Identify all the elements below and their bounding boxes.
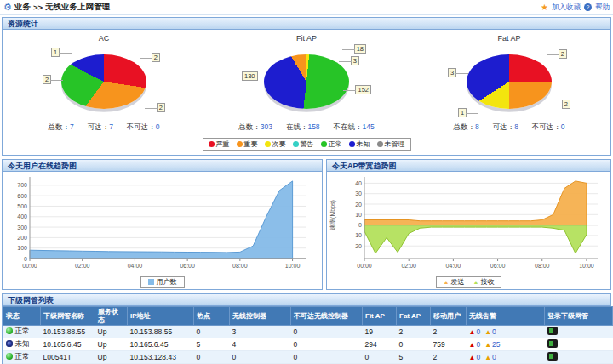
app-logo-icon: ⚙ bbox=[3, 2, 12, 13]
fit-ap-pie[interactable] bbox=[264, 54, 349, 109]
status-cell: 未知 bbox=[3, 338, 41, 351]
fit-ap-pie-title: Fit AP bbox=[205, 34, 408, 43]
mobile-user-cell[interactable]: 759 bbox=[431, 338, 467, 351]
nms-table-panel: 下级网管列表 状态下级网管名称服务状态IP地址热点无线控制器不可达无线控制器Fi… bbox=[2, 293, 611, 364]
column-header-6: 不可达无线控制器 bbox=[291, 307, 363, 326]
severity-dot-icon bbox=[237, 141, 243, 147]
hotspot-cell[interactable]: 5 bbox=[194, 338, 230, 351]
help-icon[interactable]: ? bbox=[584, 3, 592, 11]
nms-name-cell[interactable]: 10.165.6.45 bbox=[41, 338, 95, 351]
fat-ap-pie[interactable] bbox=[467, 54, 552, 109]
stat-label: 可达： bbox=[493, 122, 515, 131]
major-alarm-count[interactable]: 0 bbox=[492, 353, 496, 361]
page-root: ⚙ 业务 >> 无线业务上网管理 ★ 加入收藏 ? 帮助 资源统计 AC 1 2… bbox=[0, 0, 613, 364]
pie-callout: 18 bbox=[354, 44, 366, 54]
fit-ap-cell[interactable]: 294 bbox=[363, 338, 397, 351]
fit-ap-pie-chart: 18 3 130 152 bbox=[220, 44, 393, 119]
stat-label: 总数： bbox=[238, 122, 261, 131]
major-alarm-count[interactable]: 0 bbox=[492, 327, 496, 336]
service-status-cell: Up bbox=[95, 351, 128, 364]
controller-cell[interactable]: 0 bbox=[230, 351, 291, 364]
svg-text:0: 0 bbox=[24, 256, 27, 262]
add-favorite-link[interactable]: 加入收藏 bbox=[552, 3, 581, 13]
unreachable-controller-cell[interactable]: 0 bbox=[291, 326, 363, 338]
fat-ap-cell[interactable]: 5 bbox=[397, 351, 431, 364]
fat-ap-cell[interactable]: 2 bbox=[397, 326, 431, 338]
stat-value[interactable]: 0 bbox=[156, 122, 160, 131]
stat-value[interactable]: 0 bbox=[561, 122, 565, 131]
stat-value[interactable]: 8 bbox=[514, 122, 518, 131]
fit-ap-cell[interactable]: 19 bbox=[363, 326, 397, 338]
stat-value[interactable]: 7 bbox=[70, 122, 74, 131]
nms-name-cell[interactable]: 10.153.88.55 bbox=[41, 326, 95, 338]
svg-text:08:00: 08:00 bbox=[232, 263, 248, 269]
pie-callout: 130 bbox=[242, 71, 258, 81]
login-nms-icon[interactable] bbox=[547, 352, 558, 361]
controller-cell[interactable]: 4 bbox=[230, 338, 291, 351]
svg-text:0: 0 bbox=[358, 222, 362, 228]
wireless-alarm-cell[interactable]: ▲0▲25 bbox=[467, 338, 545, 351]
unreachable-controller-cell[interactable]: 0 bbox=[291, 338, 363, 351]
table-row: 正常10.153.88.55Up10.153.88.550301922▲0▲0 bbox=[3, 326, 613, 338]
svg-text:30: 30 bbox=[355, 191, 362, 196]
stat-label: 不可达： bbox=[532, 122, 561, 131]
status-cell: 正常 bbox=[3, 351, 41, 364]
ac-pie[interactable] bbox=[61, 54, 146, 109]
stat-label: 不可达： bbox=[127, 122, 156, 131]
top-bar: ⚙ 业务 >> 无线业务上网管理 ★ 加入收藏 ? 帮助 bbox=[0, 0, 613, 15]
svg-text:300: 300 bbox=[17, 225, 27, 230]
unreachable-controller-cell[interactable]: 0 bbox=[291, 351, 363, 364]
svg-text:08:00: 08:00 bbox=[535, 263, 550, 269]
table-header-row: 状态下级网管名称服务状态IP地址热点无线控制器不可达无线控制器Fit APFat… bbox=[3, 307, 613, 326]
wireless-alarm-cell[interactable]: ▲0▲0 bbox=[467, 326, 545, 338]
recv-series-marker: ▲ bbox=[473, 279, 479, 285]
pie-callout: 2 bbox=[157, 103, 165, 112]
stat-value[interactable]: 8 bbox=[475, 122, 479, 131]
stat-value[interactable]: 145 bbox=[363, 122, 375, 131]
fit-ap-pie-block: Fit AP 18 3 130 152 总数：303 在线：158 不在线：14… bbox=[205, 32, 408, 133]
mobile-user-cell[interactable]: 2 bbox=[431, 326, 467, 338]
critical-alarm-count[interactable]: 0 bbox=[476, 353, 480, 361]
pie-callout: 2 bbox=[562, 100, 570, 109]
stat-label: 总数： bbox=[48, 122, 70, 131]
critical-alarm-count[interactable]: 0 bbox=[476, 327, 480, 336]
major-alarm-icon: ▲ bbox=[484, 341, 491, 349]
wireless-alarm-cell[interactable]: ▲0▲0 bbox=[467, 351, 545, 364]
nms-name-cell[interactable]: L00541T bbox=[41, 351, 95, 364]
ac-pie-block: AC 1 2 2 2 总数：7 可达：7 不可达：0 bbox=[3, 32, 205, 133]
hotspot-cell[interactable]: 0 bbox=[194, 326, 230, 338]
login-nms-icon[interactable] bbox=[547, 327, 558, 335]
severity-legend-item: 正常 bbox=[321, 139, 342, 149]
stat-value[interactable]: 158 bbox=[307, 122, 319, 131]
breadcrumb-root-link[interactable]: 业务 bbox=[14, 2, 31, 13]
svg-text:02:00: 02:00 bbox=[75, 263, 90, 269]
svg-text:20: 20 bbox=[355, 202, 362, 208]
table-row: 未知10.165.6.45Up10.165.6.455402940759▲0▲2… bbox=[3, 338, 613, 351]
fit-ap-cell[interactable]: 0 bbox=[363, 351, 397, 364]
controller-cell[interactable]: 3 bbox=[230, 326, 291, 338]
column-header-8: Fat AP bbox=[397, 307, 431, 326]
status-normal-icon bbox=[6, 353, 13, 360]
critical-alarm-count[interactable]: 0 bbox=[476, 340, 480, 349]
column-header-1: 下级网管名称 bbox=[41, 307, 95, 326]
fat-ap-pie-title: Fat AP bbox=[408, 34, 610, 43]
stat-value[interactable]: 303 bbox=[261, 122, 272, 131]
column-header-9: 移动用户 bbox=[431, 307, 467, 326]
stat-value[interactable]: 7 bbox=[109, 122, 113, 131]
major-alarm-count[interactable]: 25 bbox=[492, 340, 500, 349]
help-link[interactable]: 帮助 bbox=[595, 3, 610, 13]
fat-ap-cell[interactable]: 0 bbox=[397, 338, 431, 351]
login-nms-icon[interactable] bbox=[547, 339, 558, 348]
severity-legend-item: 未管理 bbox=[377, 139, 405, 149]
svg-text:-10: -10 bbox=[353, 232, 362, 238]
severity-legend-item: 严重 bbox=[209, 139, 230, 149]
mobile-user-cell[interactable]: 2 bbox=[431, 351, 467, 364]
favorite-star-icon[interactable]: ★ bbox=[541, 3, 548, 12]
user-trend-title: 今天用户在线趋势图 bbox=[3, 160, 322, 172]
ap-bandwidth-trend-chart: -20-1001020304000:0002:0004:0006:0008:00… bbox=[327, 172, 608, 272]
hotspot-cell[interactable]: 0 bbox=[194, 351, 230, 364]
user-series-label: 用户数 bbox=[157, 278, 177, 286]
svg-text:00:00: 00:00 bbox=[22, 263, 37, 269]
breadcrumb-separator: >> bbox=[33, 3, 43, 12]
service-status-cell: Up bbox=[95, 338, 128, 351]
